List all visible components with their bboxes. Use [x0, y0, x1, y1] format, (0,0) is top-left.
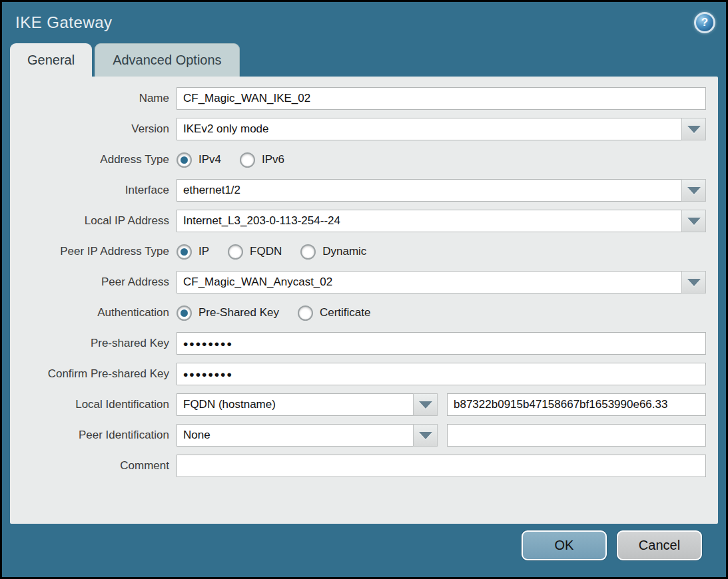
address-type-option-ipv4[interactable]: IPv4: [177, 152, 221, 168]
address-type-option-ipv6[interactable]: IPv6: [240, 152, 284, 168]
name-label: Name: [10, 92, 177, 105]
ip-radio[interactable]: [177, 244, 192, 260]
chevron-down-icon: [419, 401, 432, 409]
peer-address-label: Peer Address: [10, 276, 177, 289]
local-ip-address-dropdown-button[interactable]: [681, 210, 706, 232]
chevron-down-icon: [687, 187, 701, 194]
certificate-radio-label: Certificate: [320, 306, 371, 319]
dialog-title: IKE Gateway: [15, 13, 113, 32]
comment-input[interactable]: [177, 455, 706, 477]
peer-identification-type-select[interactable]: [177, 424, 413, 447]
pre-shared-key-label: Pre-shared Key: [10, 337, 177, 350]
local-ip-address-row: Local IP Address: [10, 210, 706, 232]
confirm-pre-shared-key-row: Confirm Pre-shared Key: [10, 363, 706, 385]
ike-gateway-dialog: { "dialog": { "title": "IKE Gateway" }, …: [0, 0, 728, 579]
confirm-pre-shared-key-label: Confirm Pre-shared Key: [10, 367, 177, 381]
pre-shared-key-radio[interactable]: [177, 305, 192, 321]
fqdn-radio-label: FQDN: [250, 245, 282, 258]
interface-row: Interface: [10, 179, 706, 202]
tab-bar: General Advanced Options: [10, 43, 726, 77]
peer-address-dropdown-button[interactable]: [681, 271, 706, 293]
peer-ip-address-type-label: Peer IP Address Type: [10, 245, 177, 258]
pre-shared-key-row: Pre-shared Key: [10, 332, 706, 355]
general-tab-panel: Name Version Address Type IPv4 IP: [10, 77, 718, 524]
peer-type-option-ip[interactable]: IP: [177, 244, 209, 260]
dynamic-radio[interactable]: [300, 244, 316, 260]
ipv6-radio[interactable]: [240, 152, 255, 168]
pre-shared-key-radio-label: Pre-Shared Key: [198, 306, 279, 319]
pre-shared-key-input[interactable]: [177, 332, 706, 355]
version-select[interactable]: [177, 118, 681, 140]
auth-option-certificate[interactable]: Certificate: [298, 305, 371, 321]
dialog-footer: OK Cancel: [2, 524, 726, 560]
dynamic-radio-label: Dynamic: [322, 245, 366, 258]
local-identification-dropdown-button[interactable]: [413, 393, 438, 416]
peer-identification-value-input[interactable]: [447, 424, 706, 447]
comment-row: Comment: [10, 455, 706, 477]
chevron-down-icon: [687, 218, 701, 225]
local-ip-address-select[interactable]: [177, 210, 681, 232]
cancel-button[interactable]: Cancel: [617, 530, 702, 560]
peer-ip-address-type-row: Peer IP Address Type IP FQDN Dynamic: [10, 240, 706, 263]
peer-address-row: Peer Address: [10, 271, 706, 293]
certificate-radio[interactable]: [298, 305, 313, 321]
help-icon[interactable]: ?: [694, 12, 715, 33]
address-type-row: Address Type IPv4 IPv6: [10, 148, 706, 171]
name-input[interactable]: [177, 87, 706, 110]
name-row: Name: [10, 87, 706, 110]
ok-button[interactable]: OK: [522, 530, 607, 560]
version-label: Version: [10, 122, 177, 136]
auth-option-pre-shared-key[interactable]: Pre-Shared Key: [177, 305, 279, 321]
fqdn-radio[interactable]: [228, 244, 243, 260]
version-dropdown-button[interactable]: [681, 118, 706, 140]
dialog-titlebar: IKE Gateway ?: [2, 2, 726, 43]
ipv4-radio[interactable]: [177, 152, 192, 168]
interface-label: Interface: [10, 184, 177, 197]
chevron-down-icon: [687, 279, 701, 286]
ipv6-radio-label: IPv6: [262, 153, 284, 166]
local-ip-address-label: Local IP Address: [10, 214, 177, 228]
comment-label: Comment: [10, 459, 177, 473]
confirm-pre-shared-key-input[interactable]: [177, 363, 706, 385]
ip-radio-label: IP: [198, 245, 209, 258]
authentication-row: Authentication Pre-Shared Key Certificat…: [10, 301, 706, 324]
tab-general[interactable]: General: [10, 43, 92, 77]
local-identification-row: Local Identification: [10, 393, 706, 416]
ipv4-radio-label: IPv4: [198, 153, 221, 166]
peer-type-option-fqdn[interactable]: FQDN: [228, 244, 282, 260]
version-row: Version: [10, 118, 706, 140]
peer-identification-dropdown-button[interactable]: [413, 424, 438, 447]
local-identification-label: Local Identification: [10, 398, 177, 411]
peer-identification-label: Peer Identification: [10, 429, 177, 442]
authentication-label: Authentication: [10, 306, 177, 319]
interface-select[interactable]: [177, 179, 681, 202]
chevron-down-icon: [419, 432, 432, 439]
peer-type-option-dynamic[interactable]: Dynamic: [300, 244, 366, 260]
chevron-down-icon: [687, 126, 701, 133]
address-type-label: Address Type: [10, 153, 177, 166]
tab-advanced-options[interactable]: Advanced Options: [95, 43, 239, 77]
peer-address-select[interactable]: [177, 271, 681, 293]
interface-dropdown-button[interactable]: [681, 179, 706, 202]
local-identification-type-select[interactable]: [177, 393, 413, 416]
local-identification-value-input[interactable]: [447, 393, 706, 416]
peer-identification-row: Peer Identification: [10, 424, 706, 447]
